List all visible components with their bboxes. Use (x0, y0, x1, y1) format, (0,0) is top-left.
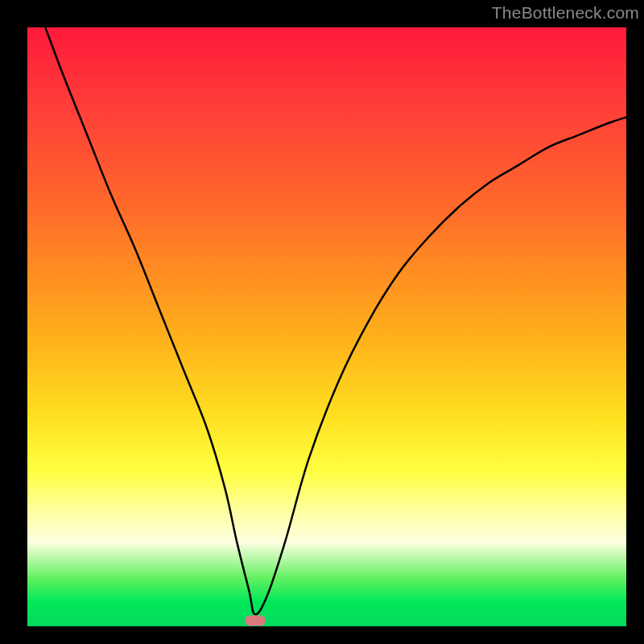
minimum-marker (245, 615, 266, 625)
bottleneck-curve (27, 27, 626, 626)
plot-area (27, 27, 626, 626)
watermark-text: TheBottleneck.com (492, 3, 639, 23)
